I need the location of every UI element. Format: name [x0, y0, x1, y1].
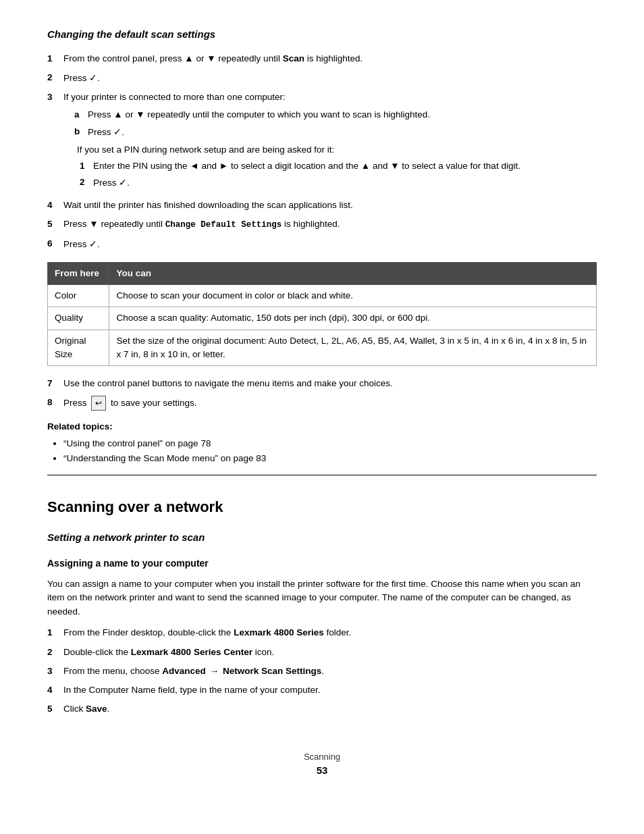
arrow-symbol: →: [210, 666, 219, 676]
table-cell-quality-desc: Choose a scan quality: Automatic, 150 do…: [109, 307, 597, 330]
related-link-1[interactable]: “Using the control panel” on page 78: [63, 437, 597, 450]
pin-step-num-1: 1: [80, 159, 93, 173]
main-steps-list: 1 From the control panel, press ▲ or ▼ r…: [47, 52, 597, 251]
step-4: 4 Wait until the printer has finished do…: [47, 199, 597, 212]
step-num-5: 5: [47, 217, 63, 231]
step-7: 7 Use the control panel buttons to navig…: [47, 377, 597, 390]
s2-step-5-content: Click Save.: [63, 702, 597, 716]
sub-label-b: b: [74, 125, 88, 138]
step-num-6: 6: [47, 237, 63, 251]
s2-step-1: 1 From the Finder desktop, double-click …: [47, 626, 597, 640]
step-num-4: 4: [47, 199, 63, 212]
footer-page-number: 53: [47, 763, 597, 779]
s2-step-num-5: 5: [47, 702, 63, 716]
table-row: Quality Choose a scan quality: Automatic…: [48, 307, 597, 330]
related-link-2[interactable]: “Understanding the Scan Mode menu” on pa…: [63, 452, 597, 465]
checkmark-pin: ✓: [119, 177, 127, 188]
table-cell-size-label: Original Size: [48, 330, 109, 366]
step-4-content: Wait until the printer has finished down…: [63, 199, 597, 212]
save-label: Save: [86, 704, 107, 714]
step-2: 2 Press ✓.: [47, 71, 597, 85]
footer-label: Scanning: [47, 750, 597, 764]
s2-step-5: 5 Click Save.: [47, 702, 597, 716]
section-2-subtitle: Setting a network printer to scan: [47, 530, 597, 546]
sub-step-a: a Press ▲ or ▼ repeatedly until the comp…: [74, 108, 597, 122]
section-divider: [47, 475, 597, 475]
step-3: 3 If your printer is connected to more t…: [47, 90, 597, 193]
s2-step-num-2: 2: [47, 646, 63, 659]
step-num-3: 3: [47, 90, 63, 104]
sub-step-b: b Press ✓.: [74, 125, 597, 139]
related-topics: Related topics: “Using the control panel…: [47, 420, 597, 465]
section-2-title: Scanning over a network: [47, 496, 597, 518]
s2-step-num-3: 3: [47, 664, 63, 678]
step-num-2: 2: [47, 71, 63, 84]
checkmark-6: ✓: [89, 238, 97, 249]
sub-label-a: a: [74, 108, 88, 122]
brand-name-1: Lexmark 4800 Series: [234, 627, 324, 637]
step-8: 8 Press ↩ to save your settings.: [47, 396, 597, 411]
step-1-content: From the control panel, press ▲ or ▼ rep…: [63, 52, 597, 66]
network-scan-settings-label: Network Scan Settings: [223, 666, 321, 676]
step-3-content: If your printer is connected to more tha…: [63, 90, 597, 193]
post-table-steps: 7 Use the control panel buttons to navig…: [47, 377, 597, 411]
related-topics-title: Related topics:: [47, 420, 597, 434]
advanced-label: Advanced: [162, 666, 206, 676]
s2-step-3-content: From the menu, choose Advanced → Network…: [63, 664, 597, 678]
step-3-sublist: a Press ▲ or ▼ repeatedly until the comp…: [74, 108, 597, 139]
pin-steps: 1 Enter the PIN using the ◄ and ► to sel…: [80, 159, 597, 190]
s2-step-num-4: 4: [47, 683, 63, 697]
sub-b-content: Press ✓.: [88, 125, 124, 139]
intro-paragraph: You can assign a name to your computer w…: [47, 577, 597, 620]
table-header-from: From here: [48, 262, 109, 284]
pin-step-1: 1 Enter the PIN using the ◄ and ► to sel…: [80, 159, 597, 173]
section2-steps: 1 From the Finder desktop, double-click …: [47, 626, 597, 716]
pin-step-1-content: Enter the PIN using the ◄ and ► to selec…: [93, 159, 520, 173]
s2-step-2-content: Double-click the Lexmark 4800 Series Cen…: [63, 646, 597, 659]
step-6: 6 Press ✓.: [47, 237, 597, 251]
table-row: Original Size Set the size of the origin…: [48, 330, 597, 366]
pin-step-2-content: Press ✓.: [93, 176, 130, 190]
step-2-content: Press ✓.: [63, 71, 597, 85]
s2-step-num-1: 1: [47, 626, 63, 640]
table-cell-color-desc: Choose to scan your document in color or…: [109, 285, 597, 307]
step-num-8: 8: [47, 396, 63, 409]
table-cell-color-label: Color: [48, 285, 109, 307]
step-7-content: Use the control panel buttons to navigat…: [63, 377, 597, 390]
step-num-1: 1: [47, 52, 63, 66]
section-heading-changing: Changing the default scan settings: [47, 27, 597, 43]
s2-step-4-content: In the Computer Name field, type in the …: [63, 683, 597, 697]
checkmark-symbol: ✓: [89, 72, 97, 83]
pin-step-2: 2 Press ✓.: [80, 176, 597, 190]
step-6-content: Press ✓.: [63, 237, 597, 251]
table-cell-quality-label: Quality: [48, 307, 109, 330]
step-num-7: 7: [47, 377, 63, 390]
back-button-symbol: ↩: [91, 396, 106, 411]
settings-table: From here You can Color Choose to scan y…: [47, 262, 597, 366]
step-8-content: Press ↩ to save your settings.: [63, 396, 597, 411]
step-5-content: Press ▼ repeatedly until Change Default …: [63, 217, 597, 232]
table-cell-size-desc: Set the size of the original document: A…: [109, 330, 597, 366]
step-1: 1 From the control panel, press ▲ or ▼ r…: [47, 52, 597, 66]
page-footer: Scanning 53: [47, 750, 597, 779]
scan-keyword: Scan: [283, 53, 304, 63]
sub-a-content: Press ▲ or ▼ repeatedly until the comput…: [88, 108, 430, 122]
change-default-settings-code: Change Default Settings: [165, 220, 282, 230]
s2-step-3: 3 From the menu, choose Advanced → Netwo…: [47, 664, 597, 678]
s2-step-4: 4 In the Computer Name field, type in th…: [47, 683, 597, 697]
pin-step-num-2: 2: [80, 176, 93, 189]
s2-step-2: 2 Double-click the Lexmark 4800 Series C…: [47, 646, 597, 659]
table-row: Color Choose to scan your document in co…: [48, 285, 597, 307]
checkmark-b: ✓: [113, 126, 122, 137]
table-header-row: From here You can: [48, 262, 597, 284]
table-header-you-can: You can: [109, 262, 597, 284]
subsection-assigning: Assigning a name to your computer: [47, 556, 597, 571]
s2-step-1-content: From the Finder desktop, double-click th…: [63, 626, 597, 640]
related-topics-list: “Using the control panel” on page 78 “Un…: [63, 437, 597, 466]
step-5: 5 Press ▼ repeatedly until Change Defaul…: [47, 217, 597, 232]
brand-name-2: Lexmark 4800 Series Center: [131, 647, 252, 657]
